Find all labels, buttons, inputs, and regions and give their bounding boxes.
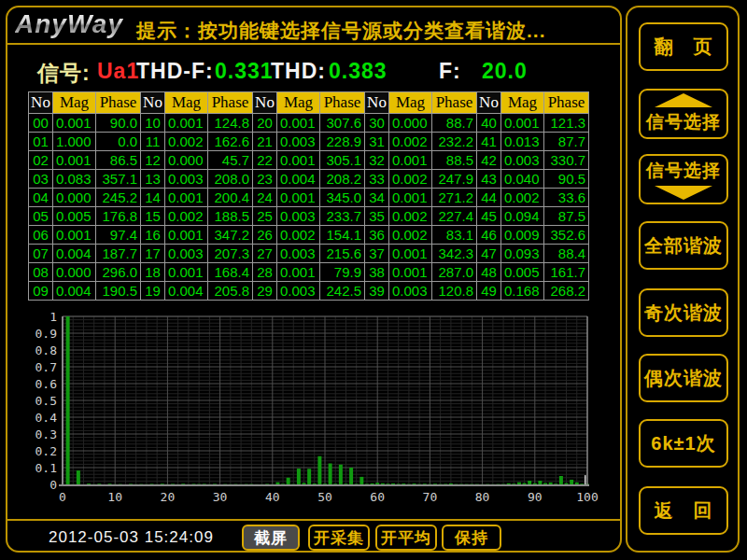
table-cell: 120.8 bbox=[432, 282, 477, 301]
table-cell: 0.002 bbox=[389, 133, 432, 151]
sidebar-button-odd-harmonics[interactable]: 奇次谐波 bbox=[639, 288, 728, 337]
table-cell: 0.001 bbox=[277, 114, 320, 133]
harmonic-bar bbox=[97, 483, 101, 484]
column-header: Mag bbox=[165, 92, 208, 114]
table-cell: 0.005 bbox=[501, 263, 544, 282]
harmonic-bar bbox=[359, 477, 363, 484]
table-cell: 0.083 bbox=[53, 170, 96, 189]
harmonic-bar bbox=[313, 483, 317, 484]
table-cell: 06 bbox=[29, 226, 53, 245]
sidebar-button-even-harmonics[interactable]: 偶次谐波 bbox=[639, 354, 728, 402]
table-cell: 0.003 bbox=[277, 282, 320, 301]
table-cell: 10 bbox=[141, 114, 165, 133]
table-cell: 0.003 bbox=[277, 133, 320, 151]
column-header: No bbox=[253, 92, 277, 114]
table-cell: 17 bbox=[141, 245, 165, 263]
table-cell: 0.001 bbox=[165, 226, 208, 245]
table-cell: 41 bbox=[477, 133, 501, 151]
table-cell: 0.001 bbox=[389, 189, 432, 207]
sidebar-button-label: 全部谐波 bbox=[644, 233, 723, 259]
harmonic-bar bbox=[203, 483, 206, 484]
status-button-screenshot[interactable]: 截屏 bbox=[242, 525, 300, 551]
table-cell: 23 bbox=[253, 170, 277, 189]
table-row: 030.083357.1130.003208.0230.004208.2330.… bbox=[29, 170, 589, 189]
table-row: 040.000245.2140.001200.4240.001345.0340.… bbox=[29, 189, 589, 207]
sidebar-button-return[interactable]: 返 回 bbox=[639, 486, 728, 535]
tick-label: 1 bbox=[49, 311, 57, 324]
tick-label: 0.7 bbox=[35, 360, 57, 374]
column-header: Phase bbox=[320, 92, 365, 114]
table-cell: 86.5 bbox=[96, 151, 141, 170]
table-cell: 0.001 bbox=[501, 114, 544, 133]
table-cell: 347.2 bbox=[208, 226, 253, 245]
tick-label: 10 bbox=[107, 490, 122, 504]
table-cell: 124.8 bbox=[208, 114, 253, 133]
column-header: Mag bbox=[277, 92, 320, 114]
tick-label: 0.1 bbox=[35, 461, 57, 475]
table-cell: 28 bbox=[253, 263, 277, 282]
sidebar-button-signal-select-down[interactable]: 信号选择 bbox=[639, 154, 728, 204]
harmonic-bar bbox=[297, 469, 301, 484]
table-cell: 88.7 bbox=[432, 114, 477, 133]
harmonic-bar bbox=[413, 483, 416, 484]
table-cell: 19 bbox=[141, 282, 165, 301]
table-cell: 0.000 bbox=[53, 189, 96, 207]
sidebar-panel bbox=[626, 6, 740, 553]
table-cell: 37 bbox=[365, 245, 389, 263]
status-button-hold[interactable]: 保持 bbox=[442, 525, 501, 551]
column-header: No bbox=[29, 92, 53, 114]
column-header: No bbox=[365, 92, 389, 114]
status-button-label: 保持 bbox=[455, 527, 488, 549]
anyway-logo: AnyWay bbox=[15, 9, 123, 39]
table-cell: 247.9 bbox=[432, 170, 477, 189]
table-cell: 05 bbox=[29, 207, 53, 226]
table-cell: 208.2 bbox=[320, 170, 365, 189]
harmonic-bar bbox=[423, 483, 427, 484]
table-cell: 0.004 bbox=[277, 170, 320, 189]
table-cell: 18 bbox=[141, 263, 165, 282]
table-cell: 200.4 bbox=[208, 189, 253, 207]
harmonic-bar bbox=[181, 483, 185, 484]
table-cell: 38 bbox=[365, 263, 389, 282]
table-cell: 0.003 bbox=[165, 170, 208, 189]
table-cell: 0.000 bbox=[389, 114, 432, 133]
table-cell: 0.093 bbox=[501, 245, 544, 263]
table-cell: 00 bbox=[29, 114, 53, 133]
harmonic-bar bbox=[565, 483, 569, 484]
sidebar-button-label: 信号选择 bbox=[646, 159, 721, 183]
table-cell: 287.0 bbox=[432, 263, 477, 282]
harmonic-bar bbox=[349, 468, 353, 484]
harmonic-bar bbox=[381, 483, 385, 484]
harmonic-bar bbox=[339, 465, 343, 484]
table-row: 020.00186.5120.00045.7220.001305.1320.00… bbox=[29, 151, 589, 170]
table-cell: 45.7 bbox=[208, 151, 253, 170]
table-cell: 345.0 bbox=[320, 189, 365, 207]
sidebar-button-page-turn[interactable]: 翻 页 bbox=[639, 22, 728, 71]
tick-label: 40 bbox=[265, 490, 280, 504]
harmonic-bar bbox=[213, 483, 217, 484]
table-cell: 0.168 bbox=[501, 282, 544, 301]
table-row: 000.00190.0100.001124.8200.001307.6300.0… bbox=[29, 114, 589, 133]
harmonic-bar bbox=[150, 483, 154, 484]
status-button-start-acquire[interactable]: 开采集 bbox=[308, 525, 370, 551]
table-cell: 90.5 bbox=[544, 170, 589, 189]
table-cell: 16 bbox=[141, 226, 165, 245]
table-cell: 0.001 bbox=[165, 189, 208, 207]
status-button-label: 开平均 bbox=[381, 527, 431, 549]
thdf-label: THD-F: bbox=[136, 59, 214, 84]
table-cell: 88.5 bbox=[432, 151, 477, 170]
table-cell: 0.000 bbox=[165, 151, 208, 170]
harmonic-bar bbox=[365, 483, 369, 484]
status-button-label: 截屏 bbox=[254, 527, 288, 549]
harmonic-bar bbox=[281, 483, 285, 484]
sidebar-button-label: 奇次谐波 bbox=[644, 301, 723, 326]
sidebar-button-6k-plus-minus-1[interactable]: 6k±1次 bbox=[639, 419, 728, 468]
harmonic-bar bbox=[77, 470, 80, 484]
table-cell: 207.3 bbox=[208, 245, 253, 263]
table-cell: 27 bbox=[253, 245, 277, 263]
status-button-start-average[interactable]: 开平均 bbox=[375, 525, 437, 551]
sidebar-button-all-harmonics[interactable]: 全部谐波 bbox=[639, 221, 728, 270]
table-cell: 228.9 bbox=[320, 133, 365, 151]
harmonic-bar bbox=[449, 483, 453, 484]
sidebar-button-signal-select-up[interactable]: 信号选择 bbox=[639, 89, 728, 139]
